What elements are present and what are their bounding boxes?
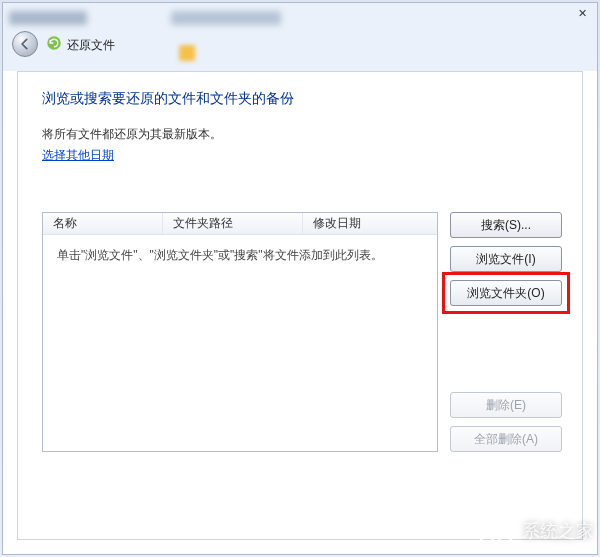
dialog-body: 浏览或搜索要还原的文件和文件夹的备份 将所有文件都还原为其最新版本。 选择其他日… (17, 71, 583, 540)
remove-all-button: 全部删除(A) (450, 426, 562, 452)
arrow-left-icon (18, 37, 32, 51)
close-icon[interactable]: ✕ (578, 7, 587, 20)
window-frame: ✕ 还原文件 浏览或搜索要还原的文件和文件夹的备份 将所有文件都还原为其最新版本… (2, 2, 598, 555)
watermark: 系统之家 (476, 511, 594, 551)
remove-button: 删除(E) (450, 392, 562, 418)
blurred-icon (179, 45, 195, 61)
col-header-date[interactable]: 修改日期 (303, 213, 437, 234)
blurred-text (171, 11, 281, 25)
list-header: 名称 文件夹路径 修改日期 (43, 213, 437, 235)
col-header-name[interactable]: 名称 (43, 213, 163, 234)
dialog-title: 还原文件 (67, 37, 115, 54)
house-icon (476, 511, 516, 551)
browse-files-button[interactable]: 浏览文件(I) (450, 246, 562, 272)
page-heading: 浏览或搜索要还原的文件和文件夹的备份 (42, 90, 562, 108)
side-buttons: 搜索(S)... 浏览文件(I) 浏览文件夹(O) 删除(E) 全部删除(A) (450, 212, 562, 452)
restore-files-icon (45, 34, 63, 52)
svg-point-0 (47, 36, 61, 50)
blurred-text (9, 11, 87, 25)
browse-folders-button[interactable]: 浏览文件夹(O) (450, 280, 562, 306)
col-header-path[interactable]: 文件夹路径 (163, 213, 303, 234)
file-list-panel: 名称 文件夹路径 修改日期 单击"浏览文件"、"浏览文件夹"或"搜索"将文件添加… (42, 212, 438, 452)
watermark-text: 系统之家 (522, 519, 594, 543)
back-button[interactable] (12, 31, 38, 57)
choose-other-date-link[interactable]: 选择其他日期 (42, 147, 114, 164)
svg-rect-1 (493, 534, 500, 546)
list-empty-message: 单击"浏览文件"、"浏览文件夹"或"搜索"将文件添加到此列表。 (43, 235, 437, 276)
page-subtext: 将所有文件都还原为其最新版本。 (42, 126, 562, 143)
search-button[interactable]: 搜索(S)... (450, 212, 562, 238)
